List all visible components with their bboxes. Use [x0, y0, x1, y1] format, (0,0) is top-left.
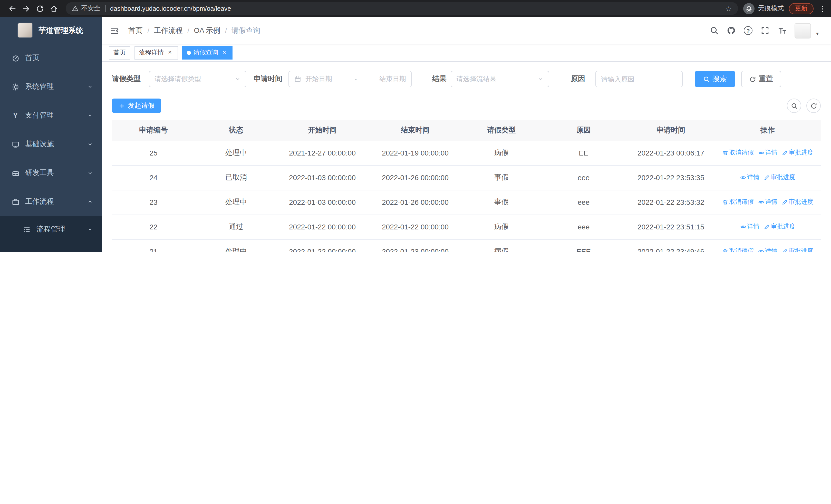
- gear-icon: [11, 83, 20, 91]
- breadcrumb-item[interactable]: 工作流程: [154, 26, 183, 35]
- apply-time-range-picker[interactable]: 开始日期 - 结束日期: [288, 71, 412, 87]
- tab-home[interactable]: 首页: [109, 46, 131, 59]
- breadcrumb-separator: /: [225, 26, 227, 35]
- cell-apply-time: 2022-01-23 00:06:17: [627, 141, 715, 165]
- column-header: 原因: [540, 120, 627, 141]
- progress-link[interactable]: 审批进度: [764, 173, 795, 182]
- detail-link[interactable]: 详情: [758, 198, 777, 207]
- sidebar-item-infrastructure[interactable]: 基础设施: [0, 130, 102, 158]
- tab-label: 流程详情: [139, 48, 164, 57]
- sidebar-item-system[interactable]: 系统管理: [0, 72, 102, 101]
- chevron-down-icon: [235, 76, 241, 82]
- topbar: 首页/工作流程/OA 示例/请假查询 ? ▾: [102, 17, 831, 44]
- font-size-icon[interactable]: [778, 26, 786, 35]
- trash-icon: [722, 248, 728, 252]
- progress-link[interactable]: 审批进度: [764, 223, 795, 231]
- security-warning[interactable]: 不安全: [72, 4, 101, 13]
- cancel-leave-link[interactable]: 取消请假: [722, 149, 754, 157]
- detail-link[interactable]: 详情: [758, 247, 777, 252]
- fullscreen-icon[interactable]: [761, 26, 769, 35]
- progress-link[interactable]: 审批进度: [781, 247, 813, 252]
- briefcase-icon: [11, 198, 20, 206]
- collapse-sidebar-icon[interactable]: [110, 26, 119, 35]
- plus-icon: [119, 102, 125, 109]
- omnibox-divider: [105, 5, 106, 12]
- tab-label: 请假查询: [194, 48, 218, 57]
- cell-apply-time: 2022-01-22 23:53:35: [627, 165, 715, 190]
- cell-operations: 取消请假详情审批进度: [715, 190, 821, 214]
- column-header: 操作: [715, 120, 821, 141]
- table-header-row: 申请编号状态开始时间结束时间请假类型原因申请时间操作: [112, 120, 821, 141]
- leave-type-select[interactable]: 请选择请假类型: [149, 71, 247, 87]
- search-toggle-button[interactable]: [787, 98, 801, 113]
- close-icon[interactable]: ×: [166, 49, 173, 56]
- tab-bar: 首页流程详情×请假查询×: [102, 44, 831, 62]
- search-button[interactable]: 搜索: [695, 71, 735, 87]
- detail-link[interactable]: 详情: [758, 149, 777, 157]
- help-icon[interactable]: ?: [744, 26, 752, 35]
- eye-icon: [740, 175, 746, 181]
- logo-title: 芋道管理系统: [38, 25, 83, 35]
- chevron-down-icon: [87, 170, 93, 176]
- close-icon[interactable]: ×: [221, 49, 228, 56]
- sidebar-item-workflow[interactable]: 工作流程: [0, 187, 102, 216]
- chevron-up-icon: [87, 199, 93, 205]
- chevron-down-icon: [87, 84, 93, 90]
- progress-link[interactable]: 审批进度: [781, 198, 813, 207]
- forward-button[interactable]: [19, 2, 33, 16]
- reset-button[interactable]: 重置: [741, 71, 781, 87]
- refresh-table-button[interactable]: [806, 98, 821, 113]
- url-text[interactable]: dashboard.yudao.iocoder.cn/bpm/oa/leave: [110, 5, 231, 12]
- sidebar-item-payment[interactable]: ¥支付管理: [0, 101, 102, 130]
- cell-apply-id: 23: [112, 190, 195, 214]
- cell-start-time: 2021-12-27 00:00:00: [277, 141, 368, 165]
- filter-form: 请假类型 请选择请假类型 申请时间 开始日期 - 结束日期 结果 请选择流: [112, 71, 821, 87]
- chevron-down-icon: [537, 76, 544, 82]
- progress-link[interactable]: 审批进度: [781, 149, 813, 157]
- browser-menu-icon[interactable]: ⋮: [819, 4, 826, 13]
- update-button[interactable]: 更新: [789, 3, 813, 14]
- browser-window: 不安全 dashboard.yudao.iocoder.cn/bpm/oa/le…: [0, 0, 831, 252]
- tab-leave-query[interactable]: 请假查询×: [182, 46, 232, 59]
- tab-process-detail[interactable]: 流程详情×: [135, 46, 178, 59]
- avatar[interactable]: [795, 23, 811, 38]
- cell-leave-type: 病假: [463, 141, 540, 165]
- cancel-leave-link[interactable]: 取消请假: [722, 198, 754, 207]
- detail-link[interactable]: 详情: [740, 173, 760, 182]
- reason-input-wrap: [595, 71, 683, 87]
- cell-end-time: 2022-01-26 00:00:00: [368, 165, 463, 190]
- start-date-placeholder: 开始日期: [306, 75, 332, 84]
- column-header: 请假类型: [463, 120, 540, 141]
- sidebar-item-home[interactable]: 首页: [0, 43, 102, 72]
- sidebar-item-label: 研发工具: [25, 168, 54, 178]
- sidebar-item-devtools[interactable]: 研发工具: [0, 158, 102, 187]
- address-bar[interactable]: 不安全 dashboard.yudao.iocoder.cn/bpm/oa/le…: [66, 2, 738, 15]
- cell-apply-id: 24: [112, 165, 195, 190]
- sidebar-item-task-management[interactable]: 任务管理: [0, 243, 102, 252]
- create-leave-button[interactable]: 发起请假: [112, 98, 161, 113]
- github-icon[interactable]: [727, 26, 736, 35]
- result-select[interactable]: 请选择流结果: [451, 71, 549, 87]
- chevron-down-icon[interactable]: ▾: [816, 31, 819, 38]
- breadcrumb-item[interactable]: 首页: [128, 26, 143, 35]
- search-icon[interactable]: [710, 26, 719, 35]
- sidebar: 芋道管理系统 首页系统管理¥支付管理基础设施研发工具工作流程流程管理任务管理我的…: [0, 17, 102, 252]
- breadcrumb-item[interactable]: OA 示例: [194, 26, 221, 35]
- sidebar-item-label: 系统管理: [25, 82, 54, 91]
- cell-apply-id: 22: [112, 214, 195, 239]
- cancel-leave-link[interactable]: 取消请假: [722, 247, 754, 252]
- cell-operations: 详情审批进度: [715, 214, 821, 239]
- cell-leave-type: 事假: [463, 190, 540, 214]
- bookmark-star-icon[interactable]: ☆: [725, 4, 732, 12]
- eye-icon: [758, 150, 764, 156]
- sidebar-item-process-management[interactable]: 流程管理: [0, 216, 102, 243]
- reload-button[interactable]: [33, 2, 47, 16]
- back-button[interactable]: [5, 2, 19, 16]
- detail-link[interactable]: 详情: [740, 223, 760, 231]
- cell-leave-type: 病假: [463, 214, 540, 239]
- home-button[interactable]: [47, 2, 61, 16]
- cell-end-time: 2022-01-26 00:00:00: [368, 190, 463, 214]
- reason-input[interactable]: [601, 75, 677, 83]
- logo[interactable]: 芋道管理系统: [0, 17, 102, 43]
- page-content: 请假类型 请选择请假类型 申请时间 开始日期 - 结束日期 结果 请选择流: [102, 62, 831, 252]
